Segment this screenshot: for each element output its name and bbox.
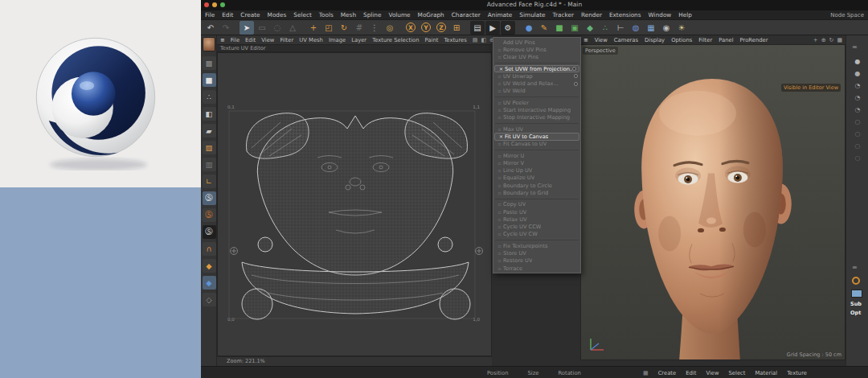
- modeling-axis-icon[interactable]: ◇: [203, 293, 216, 306]
- magnet-snap-icon[interactable]: ∩: [203, 242, 216, 256]
- last-tool-icon[interactable]: ⋮: [367, 21, 382, 35]
- workplane-snap-icon[interactable]: ◆: [203, 276, 216, 290]
- scale-tool-icon[interactable]: ◰: [321, 21, 336, 35]
- menu-item-options-dot[interactable]: [574, 82, 578, 86]
- menubar-item[interactable]: Help: [678, 11, 692, 18]
- menubar-item[interactable]: Mesh: [341, 11, 356, 18]
- gizmo-icon[interactable]: ◎: [383, 21, 397, 35]
- context-menu-item[interactable]: ▫ Restore UV: [493, 257, 580, 265]
- menubar-item[interactable]: File: [205, 11, 215, 18]
- uv-menu-item[interactable]: File: [231, 37, 240, 43]
- status-menu-item[interactable]: Create: [658, 370, 677, 376]
- move-tool-icon[interactable]: +: [306, 21, 321, 35]
- menubar-item[interactable]: Modes: [268, 11, 287, 18]
- menubar-item[interactable]: Create: [240, 11, 260, 18]
- menubar-item[interactable]: Render: [581, 11, 602, 18]
- snap-enabled-icon[interactable]: Ⓢ: [203, 191, 216, 205]
- primitive-object-icon[interactable]: ●: [522, 21, 536, 35]
- context-menu-item[interactable]: Add UV Pins: [493, 39, 580, 46]
- fields-icon[interactable]: ∴: [598, 21, 612, 35]
- context-menu-item[interactable]: ▫ Cycle UV CW: [493, 231, 580, 238]
- uv-grid-icon[interactable]: ▤: [473, 37, 478, 43]
- render-view-icon[interactable]: ▤: [470, 21, 485, 35]
- point-mode-icon[interactable]: ∴: [203, 90, 216, 104]
- uv-menu-item[interactable]: View: [261, 37, 274, 43]
- viewport-menu-item[interactable]: ProRender: [740, 37, 768, 43]
- context-menu-item[interactable]: ▫ Store UV: [493, 249, 580, 257]
- status-menu-item[interactable]: Edit: [686, 370, 696, 376]
- menu-item-options-dot[interactable]: [574, 74, 578, 78]
- uv-menu-item[interactable]: Paint: [425, 37, 439, 43]
- uv-editor-tab[interactable]: Texture UV Editor: [217, 44, 492, 52]
- texture-mode-icon[interactable]: ▨: [203, 141, 216, 154]
- uv-lock-icon[interactable]: ◧: [481, 37, 486, 43]
- context-menu-item[interactable]: ▫ UV Weld: [493, 88, 580, 95]
- menubar-item[interactable]: Character: [452, 11, 481, 18]
- object-sphere-icon[interactable]: ○: [855, 118, 861, 126]
- undo-icon[interactable]: ↶: [203, 21, 218, 35]
- rect-selection-icon[interactable]: ▭: [255, 21, 269, 35]
- context-menu-item[interactable]: ▫ Remove UV Pins: [493, 46, 580, 53]
- object-sphere-icon[interactable]: ●: [855, 58, 861, 66]
- context-menu-item[interactable]: ✕ Set UVW from Projection...: [494, 65, 579, 72]
- light-icon[interactable]: ☀: [674, 21, 689, 35]
- uv-menu-item[interactable]: Texture Selection: [372, 37, 419, 43]
- object-sphere-icon[interactable]: ◔: [855, 94, 861, 102]
- deformer-icon[interactable]: ◆: [583, 21, 597, 35]
- hamburger-icon[interactable]: ≡: [583, 37, 588, 43]
- x-axis-lock-icon[interactable]: X: [403, 21, 418, 35]
- coord-system-icon[interactable]: ⊞: [449, 21, 464, 35]
- context-menu-item[interactable]: ▫ Boundary to Circle: [493, 182, 580, 189]
- context-menu-item[interactable]: ▫ Copy UV: [493, 201, 580, 208]
- context-menu-item[interactable]: ▫ Paste UV: [493, 208, 580, 216]
- menubar-item[interactable]: Simulate: [519, 11, 545, 18]
- context-menu-item[interactable]: ▫ Clear UV Pins: [493, 54, 580, 61]
- viewport-menu-item[interactable]: Options: [671, 37, 692, 43]
- menubar-item[interactable]: Animate: [488, 11, 513, 18]
- menubar-item[interactable]: Select: [293, 11, 312, 18]
- context-menu-item[interactable]: ▫ Max UV: [493, 125, 580, 133]
- menubar-item[interactable]: Window: [649, 11, 672, 18]
- uv-canvas[interactable]: 0,1 1,1 0,0 1,0: [217, 52, 492, 356]
- object-sphere-icon[interactable]: ○: [855, 154, 861, 162]
- context-menu-item[interactable]: ▫ Terrace: [493, 265, 580, 272]
- viewport-menu-item[interactable]: View: [595, 37, 608, 43]
- toolbar-separator[interactable]: [301, 21, 305, 35]
- node-space-label[interactable]: Node Space: [830, 12, 864, 18]
- uv-menu-item[interactable]: Filter: [280, 37, 293, 43]
- menubar-item[interactable]: Extensions: [609, 11, 641, 18]
- render-picture-viewer-icon[interactable]: ▶: [485, 21, 500, 35]
- snap-modes-icon[interactable]: Ⓢ: [203, 208, 216, 222]
- context-menu-item[interactable]: ▫ Line Up UV: [493, 166, 580, 174]
- hamburger-icon[interactable]: ≡: [852, 43, 858, 51]
- context-menu-item[interactable]: ▫ Boundary to Grid: [493, 189, 580, 196]
- status-menu-item[interactable]: Select: [729, 370, 746, 376]
- object-sphere-icon[interactable]: ○: [855, 130, 861, 138]
- menubar-item[interactable]: Tools: [319, 11, 334, 18]
- rotate-tool-icon[interactable]: ↻: [337, 21, 351, 35]
- context-menu-item[interactable]: ▫ UV Weld and Relax...: [493, 80, 580, 87]
- quantize-icon[interactable]: ◆: [203, 259, 216, 273]
- hamburger-icon[interactable]: ≡: [220, 37, 225, 43]
- spline-pen-icon[interactable]: ✎: [537, 21, 551, 35]
- toolbar-separator[interactable]: [398, 21, 403, 35]
- menubar-item[interactable]: Tracker: [553, 11, 574, 18]
- title-bar[interactable]: Advanced Face Rig.c4d * - Main: [201, 0, 868, 10]
- uv-menu-item[interactable]: Edit: [245, 37, 256, 43]
- status-menu-item[interactable]: View: [706, 370, 719, 376]
- volume-icon[interactable]: ◍: [628, 21, 643, 35]
- model-mode-icon[interactable]: ■: [203, 73, 216, 87]
- polygon-mode-icon[interactable]: ▰: [203, 124, 216, 138]
- status-menu-item[interactable]: Texture: [787, 370, 807, 376]
- redo-icon[interactable]: ↷: [219, 21, 233, 35]
- menubar-item[interactable]: Volume: [388, 11, 410, 18]
- uv-menu-item[interactable]: UV Mesh: [299, 37, 323, 43]
- y-axis-lock-icon[interactable]: Y: [419, 21, 433, 35]
- context-menu-item[interactable]: ▫ Start Interactive Mapping: [493, 106, 580, 113]
- menubar-item[interactable]: MoGraph: [418, 11, 444, 18]
- poly-selection-icon[interactable]: △: [285, 21, 300, 35]
- viewport-menu-item[interactable]: Filter: [698, 37, 712, 43]
- uv-menu-item[interactable]: Image: [329, 37, 346, 43]
- uv-menu-item[interactable]: Layer: [351, 37, 366, 43]
- make-editable-icon[interactable]: ▩: [203, 56, 216, 70]
